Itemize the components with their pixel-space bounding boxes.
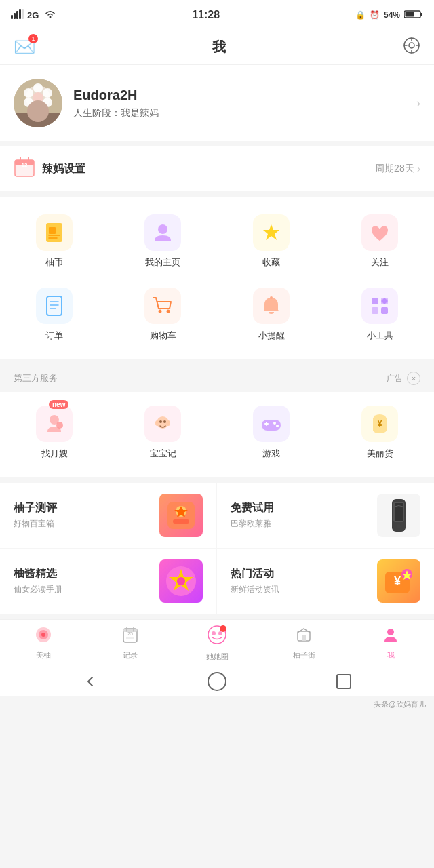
svg-point-88	[212, 631, 216, 635]
profile-stage: 人生阶段：我是辣妈	[73, 107, 406, 119]
menu-label-favorites: 收藏	[262, 256, 280, 269]
third-party-title: 第三方服务	[14, 372, 58, 384]
review-text: 柚子测评 好物百宝箱	[14, 501, 57, 530]
selected-subtitle: 仙女必读手册	[14, 584, 62, 595]
back-button[interactable]	[79, 671, 101, 692]
svg-text:¥: ¥	[394, 574, 401, 588]
svg-point-70	[397, 524, 401, 528]
menu-item-homepage[interactable]: 我的主页	[108, 208, 217, 275]
cart-icon	[144, 288, 181, 324]
mail-button[interactable]: ✉️ 1	[14, 37, 35, 58]
menu-label-homepage: 我的主页	[145, 256, 180, 269]
ads-section: 广告 ×	[387, 372, 420, 385]
menu-grid: 柚币 我的主页 收藏	[0, 197, 434, 359]
nav-item-street[interactable]: 柚子街	[260, 620, 347, 666]
selected-title: 柚酱精选	[14, 567, 62, 581]
svg-rect-46	[372, 307, 378, 314]
svg-point-80	[41, 633, 45, 637]
nanny-icon	[36, 406, 73, 442]
status-time: 11:28	[192, 9, 220, 21]
cycle-arrow-icon: ›	[417, 163, 420, 175]
cycle-info: 周期28天	[375, 163, 414, 175]
nav-item-me[interactable]: 我	[347, 620, 434, 666]
svg-rect-66	[173, 519, 189, 524]
menu-item-orders[interactable]: 订单	[0, 281, 108, 349]
favorites-icon	[253, 214, 290, 251]
ads-close-button[interactable]: ×	[407, 372, 420, 385]
street-nav-icon	[295, 626, 313, 648]
signal-icon	[11, 9, 24, 21]
menu-label-orders: 订单	[45, 330, 63, 342]
nav-label-me: 我	[387, 650, 395, 660]
svg-point-90	[220, 625, 226, 632]
home-nav-icon	[35, 626, 52, 648]
avatar	[14, 79, 62, 127]
feature-card-selected[interactable]: 柚酱精选 仙女必读手册	[0, 549, 217, 614]
menu-item-favorites[interactable]: 收藏	[217, 208, 326, 275]
svg-point-17	[33, 83, 43, 93]
menu-item-cart[interactable]: 购物车	[108, 281, 217, 349]
review-subtitle: 好物百宝箱	[14, 518, 57, 530]
svg-text:25: 25	[127, 631, 133, 636]
menu-row-2: 订单 购物车 小提醒	[0, 281, 434, 349]
recent-button[interactable]	[333, 671, 355, 692]
events-subtitle: 新鲜活动资讯	[231, 584, 279, 595]
orders-icon	[36, 288, 73, 324]
trial-title: 免费试用	[231, 501, 274, 515]
menu-item-reminder[interactable]: 小提醒	[217, 281, 326, 349]
menu-item-follow[interactable]: 关注	[326, 208, 434, 275]
svg-rect-0	[11, 15, 13, 19]
svg-rect-3	[19, 9, 21, 19]
record-nav-icon: 25	[121, 626, 139, 648]
svg-point-55	[155, 420, 159, 426]
events-title: 热门活动	[231, 567, 279, 581]
menu-item-yobi[interactable]: 柚币	[0, 208, 108, 275]
home-button[interactable]	[206, 671, 228, 692]
tp-item-beautyloan[interactable]: ¥ 美丽贷	[326, 399, 434, 467]
feature-card-review[interactable]: 柚子测评 好物百宝箱	[0, 483, 217, 548]
trial-text: 免费试用 巴黎欧莱雅	[231, 501, 274, 530]
menu-label-cart: 购物车	[150, 330, 176, 342]
feature-card-events[interactable]: 热门活动 新鲜活动资讯 ¥	[217, 549, 434, 614]
review-title: 柚子测评	[14, 501, 57, 515]
nav-item-record[interactable]: 25 记录	[87, 620, 174, 666]
battery-icon	[404, 9, 423, 21]
nav-item-circle[interactable]: 她她圈	[174, 619, 260, 667]
feature-row-1: 柚子测评 好物百宝箱 免费试用 巴黎欧莱雅	[0, 483, 434, 549]
profile-section[interactable]: Eudora2H 人生阶段：我是辣妈 ›	[0, 65, 434, 141]
svg-rect-92	[302, 635, 306, 641]
trial-image	[377, 494, 420, 537]
third-party-grid: new 找月嫂 宝宝记	[0, 392, 434, 477]
nav-label-home: 美柚	[36, 650, 51, 660]
svg-point-60	[273, 422, 276, 425]
svg-point-89	[218, 631, 222, 635]
bottom-navigation: 美柚 25 记录 她她圈	[0, 619, 434, 667]
menu-label-follow: 关注	[371, 256, 389, 269]
nav-item-home[interactable]: 美柚	[0, 620, 87, 666]
tp-item-games[interactable]: 游戏	[217, 399, 326, 467]
nav-label-circle: 她她圈	[206, 652, 229, 662]
top-navigation: ✉️ 1 我	[0, 30, 434, 65]
menu-item-tools[interactable]: 小工具	[326, 281, 434, 349]
tp-item-babyrecord[interactable]: 宝宝记	[108, 399, 217, 467]
svg-point-73	[177, 577, 185, 585]
svg-point-51	[56, 422, 63, 429]
cycle-section[interactable]: 12 辣妈设置 周期28天 ›	[0, 146, 434, 191]
svg-point-19	[24, 88, 33, 98]
settings-icon[interactable]	[403, 37, 420, 58]
tp-item-nanny[interactable]: new 找月嫂	[0, 399, 108, 467]
svg-rect-32	[49, 227, 56, 234]
feature-card-trial[interactable]: 免费试用 巴黎欧莱雅	[217, 483, 434, 548]
third-party-header: 第三方服务 广告 ×	[0, 365, 434, 392]
svg-point-10	[409, 43, 414, 48]
feature-cards: 柚子测评 好物百宝箱 免费试用 巴黎欧莱雅	[0, 483, 434, 614]
svg-point-5	[50, 16, 52, 18]
calendar-icon: 12	[14, 156, 35, 182]
mail-badge: 1	[28, 34, 38, 43]
nav-label-street: 柚子街	[293, 650, 315, 660]
tools-icon	[361, 288, 398, 324]
svg-point-54	[163, 420, 166, 423]
svg-point-20	[43, 88, 52, 98]
svg-rect-47	[381, 307, 388, 314]
watermark: 头条@欣妈育儿	[0, 696, 434, 712]
